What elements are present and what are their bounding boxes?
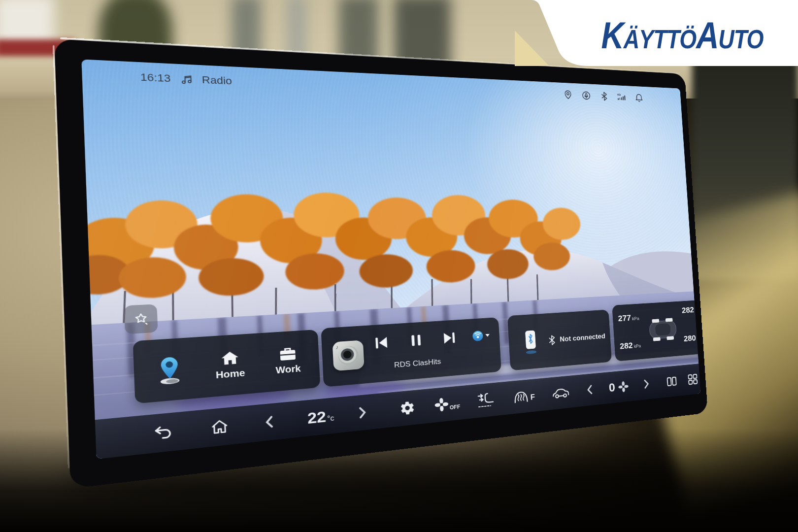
chevron-down-icon xyxy=(485,334,490,337)
phone-bluetooth-icon xyxy=(523,329,538,354)
map-pin-icon xyxy=(155,353,184,386)
svg-text:4G: 4G xyxy=(617,93,621,97)
album-art[interactable]: ♪ xyxy=(332,340,365,371)
tire-pressure-widget[interactable]: 277kPa 282kPa 282kPa 280kPa xyxy=(612,299,700,362)
tire-rear-left: 282kPa xyxy=(620,340,641,351)
star-icon xyxy=(131,311,151,328)
car-settings-button[interactable] xyxy=(551,385,570,400)
speaker-cone xyxy=(338,345,359,366)
temperature-display[interactable]: 22 °c xyxy=(307,408,334,426)
home-icon xyxy=(220,350,239,367)
bluetooth-icon xyxy=(548,334,556,346)
bluetooth-icon xyxy=(599,91,609,101)
fan-speed-display[interactable]: 0 xyxy=(608,380,629,394)
fan-off-button[interactable]: OFF xyxy=(434,396,460,412)
fan-off-label: OFF xyxy=(450,404,461,411)
photo-stage: 16:13 Radio xyxy=(0,0,798,532)
next-track-button[interactable] xyxy=(441,330,457,346)
pause-button[interactable] xyxy=(408,332,424,348)
seat-airflow-button[interactable] xyxy=(476,391,496,409)
fan-icon xyxy=(618,381,629,393)
phone-status-row: Not connected xyxy=(548,331,606,346)
chevron-right-icon xyxy=(643,379,650,389)
home-button[interactable] xyxy=(210,418,230,435)
defrost-front-label: F xyxy=(530,393,535,402)
nav-home-label: Home xyxy=(215,367,245,381)
chevron-left-icon xyxy=(586,385,593,395)
front-defrost-button[interactable]: F xyxy=(513,389,535,404)
back-arrow-icon xyxy=(153,424,173,441)
defrost-icon xyxy=(513,389,529,404)
app-grid-icon xyxy=(687,373,698,386)
chevron-right-icon xyxy=(358,406,367,419)
temp-down-button[interactable] xyxy=(264,415,274,429)
nav-pin-shortcut[interactable] xyxy=(155,353,184,386)
split-screen-button[interactable] xyxy=(666,375,677,387)
phone-widget[interactable]: Not connected xyxy=(507,309,612,370)
album-note-icon: ♪ xyxy=(335,343,339,350)
back-button[interactable] xyxy=(153,424,173,441)
temp-up-button[interactable] xyxy=(358,406,367,419)
nav-work-label: Work xyxy=(275,363,301,376)
nav-work-shortcut[interactable]: Work xyxy=(275,346,301,376)
tire-front-right: 282kPa xyxy=(682,304,701,315)
tire-rear-right: 280kPa xyxy=(683,332,700,343)
briefcase-icon xyxy=(278,346,297,362)
fan-up-button[interactable] xyxy=(643,379,650,389)
home-icon xyxy=(210,418,230,435)
fan-speed-value: 0 xyxy=(608,381,615,394)
media-source-selector[interactable] xyxy=(471,328,492,344)
favorites-button[interactable] xyxy=(124,304,158,334)
fan-icon xyxy=(434,397,449,412)
notifications-bell-icon[interactable] xyxy=(634,93,644,103)
fan-down-button[interactable] xyxy=(586,385,593,395)
display: 16:13 Radio xyxy=(81,59,700,459)
split-screen-icon xyxy=(666,375,677,387)
radio-station-label: RDS ClasHits xyxy=(367,355,466,372)
tire-front-left: 277kPa xyxy=(618,312,639,323)
seat-airflow-icon xyxy=(476,391,496,409)
car-top-view-icon xyxy=(644,316,682,343)
car-icon xyxy=(551,385,570,400)
music-note-icon xyxy=(179,73,194,86)
signal-4g-icon: 4G xyxy=(617,92,627,102)
clock: 16:13 xyxy=(140,71,171,85)
now-playing-label: Radio xyxy=(201,74,232,87)
location-icon xyxy=(563,90,573,100)
nav-home-shortcut[interactable]: Home xyxy=(215,350,245,381)
chevron-left-icon xyxy=(264,415,274,429)
settings-button[interactable] xyxy=(399,400,416,417)
dealer-logo: KäyttöAuto xyxy=(566,14,798,57)
previous-track-button[interactable] xyxy=(373,335,390,351)
infotainment-screen: 16:13 Radio xyxy=(54,38,708,489)
voice-assistant-icon xyxy=(581,90,592,100)
phone-status-label: Not connected xyxy=(560,332,605,343)
app-grid-button[interactable] xyxy=(687,373,698,386)
gear-icon xyxy=(399,400,416,417)
